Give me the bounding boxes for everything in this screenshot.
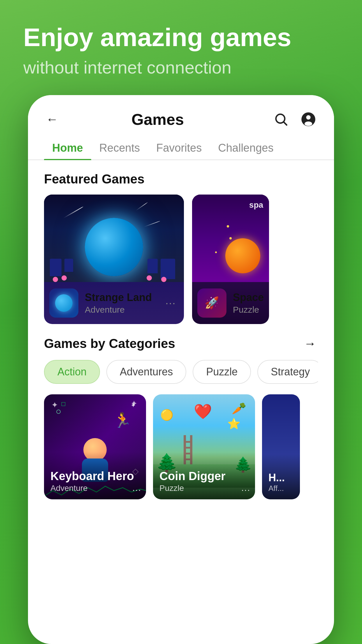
strange-land-name: Strange Land <box>85 291 163 304</box>
category-pills: Action Adventures Puzzle Strategy <box>44 360 318 384</box>
pill-puzzle[interactable]: Puzzle <box>193 360 251 384</box>
account-circle-icon <box>301 112 316 127</box>
space-category: Puzzle <box>233 305 264 315</box>
orange-item: 🥕 <box>232 402 246 415</box>
categories-arrow-button[interactable]: → <box>302 336 318 352</box>
svg-point-3 <box>306 115 310 120</box>
space-planet <box>225 238 260 273</box>
featured-section-title: Featured Games <box>44 172 318 186</box>
heart-icon: ❤️ <box>194 403 212 420</box>
shooting-star-2 <box>143 221 160 227</box>
header-icons <box>271 110 318 129</box>
rocks <box>44 259 184 282</box>
flower-4 <box>147 275 152 281</box>
arrow-right-icon: → <box>304 337 316 351</box>
categories-title: Games by Categories <box>44 336 175 351</box>
tab-recents[interactable]: Recents <box>91 135 148 160</box>
strange-land-thumb <box>49 288 78 318</box>
more-dots-icon: ··· <box>165 297 176 309</box>
keyboard-hero-category: Adventure <box>50 484 140 493</box>
strange-land-info: Strange Land Adventure ··· <box>44 282 184 324</box>
space-game-info: 🚀 Space Puzzle <box>192 282 269 324</box>
partial-game-name: H... <box>268 472 294 484</box>
space-details: Space Puzzle <box>233 291 264 315</box>
strange-land-image <box>44 195 184 282</box>
app-header: ← Games <box>28 95 334 135</box>
main-content: Featured Games <box>28 160 334 499</box>
featured-card-strange-land[interactable]: Strange Land Adventure ··· <box>44 195 184 324</box>
profile-button[interactable] <box>299 110 318 129</box>
tab-favorites[interactable]: Favorites <box>148 135 210 160</box>
game-card-coin-digger[interactable]: ❤️ 🥕 ⭐ 🟡 � <box>153 394 255 499</box>
space-name: Space <box>233 291 264 304</box>
keyboard-hero-display-name: Keyboard Hero <box>50 470 140 482</box>
partial-game-category: Aff... <box>268 484 294 493</box>
space-image: spa <box>192 195 269 282</box>
tab-bar: Home Recents Favorites Challenges <box>28 135 334 160</box>
svg-line-1 <box>284 122 287 125</box>
category-games-grid: ✦ ✦ □ ✦ 🏃 <box>44 394 318 499</box>
rock-3 <box>161 259 175 279</box>
game-card-partial[interactable]: H... Aff... <box>262 394 300 499</box>
keyboard-hero-overlay: Keyboard Hero Adventure ··· <box>44 452 146 499</box>
tab-challenges[interactable]: Challenges <box>210 135 282 160</box>
hero-subtitle: without internet connection <box>23 57 339 78</box>
search-button[interactable] <box>271 110 291 129</box>
svg-point-4 <box>305 121 312 126</box>
featured-card-space[interactable]: spa 🚀 Space Puzzle <box>192 195 269 324</box>
flower-2 <box>61 275 67 281</box>
space-game-label: spa <box>249 200 263 210</box>
rock-1 <box>50 259 61 276</box>
keyboard-hero-image: ✦ ✦ □ ✦ 🏃 <box>44 394 146 499</box>
keyboard-hero-more-button[interactable]: ··· <box>132 485 141 495</box>
balloon-item: 🟡 <box>160 409 173 421</box>
coin-digger-name: Coin Digger <box>159 470 249 482</box>
shooting-star-3 <box>136 202 148 211</box>
categories-header: Games by Categories → <box>44 336 318 352</box>
strange-land-details: Strange Land Adventure <box>85 291 163 315</box>
rung-2 <box>185 447 191 449</box>
shooting-star-1 <box>63 206 84 219</box>
strange-land-category: Adventure <box>85 305 163 315</box>
star-item: ⭐ <box>227 418 240 430</box>
hero-title: Enjoy amazing games <box>23 23 339 52</box>
strange-land-art <box>44 195 184 282</box>
space-art: spa <box>192 195 269 282</box>
strange-land-more-button[interactable]: ··· <box>163 295 179 311</box>
rock-4 <box>147 259 158 273</box>
flower-1 <box>53 277 58 282</box>
phone-frame: ← Games Home Recents Favorites Chall <box>28 95 334 644</box>
page-title: Games <box>44 110 271 128</box>
flower-3 <box>161 277 166 282</box>
pill-action[interactable]: Action <box>44 360 100 384</box>
game-card-keyboard-hero[interactable]: ✦ ✦ □ ✦ 🏃 <box>44 394 146 499</box>
coin-digger-category: Puzzle <box>159 484 249 493</box>
hero-section: Enjoy amazing games without internet con… <box>0 0 362 89</box>
search-icon <box>273 112 289 127</box>
pill-strategy[interactable]: Strategy <box>257 360 318 384</box>
coin-digger-overlay: Coin Digger Puzzle ··· <box>153 452 255 499</box>
coin-digger-image: ❤️ 🥕 ⭐ 🟡 � <box>153 394 255 499</box>
partial-overlay: H... Aff... <box>262 454 300 499</box>
rock-2 <box>64 259 73 272</box>
partial-game-image: H... Aff... <box>262 394 300 499</box>
rung-1 <box>185 441 191 443</box>
pill-adventures[interactable]: Adventures <box>106 360 186 384</box>
space-thumb: 🚀 <box>197 288 226 318</box>
featured-games-list: Strange Land Adventure ··· spa <box>44 195 318 324</box>
tab-home[interactable]: Home <box>44 135 91 160</box>
coin-digger-more-button[interactable]: ··· <box>241 485 250 495</box>
